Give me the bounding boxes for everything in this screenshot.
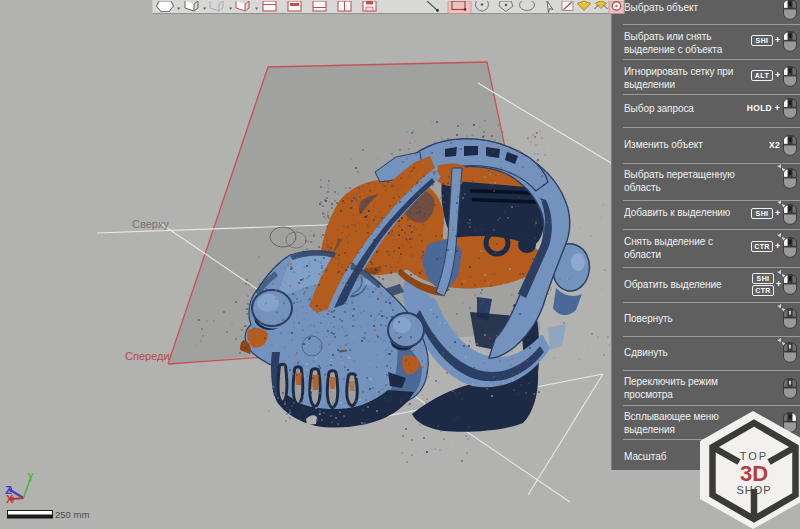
svg-text:250 mm: 250 mm [55,509,89,520]
svg-text:X: X [6,493,14,505]
svg-text:Спереди: Спереди [125,350,170,362]
svg-text:Y: Y [27,472,34,483]
svg-text:SHOP: SHOP [736,484,771,496]
svg-text:Сверху: Сверху [132,218,169,230]
svg-text:3D: 3D [740,461,768,486]
